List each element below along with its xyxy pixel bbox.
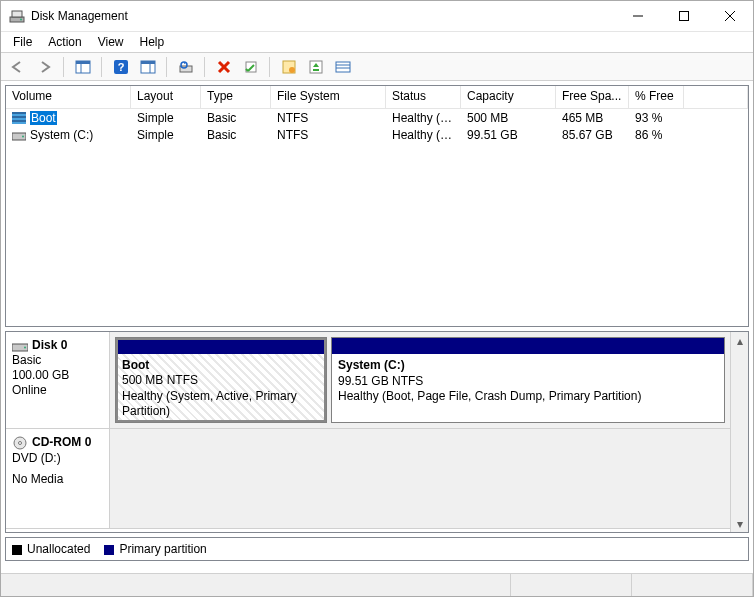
partition-name: System (C:) <box>338 358 718 374</box>
show-hide-action-pane-button[interactable] <box>135 55 160 79</box>
disk-graph: Boot 500 MB NTFS Healthy (System, Active… <box>110 332 730 428</box>
volume-capacity: 99.51 GB <box>461 128 556 142</box>
delete-button[interactable] <box>211 55 236 79</box>
refresh-button[interactable] <box>173 55 198 79</box>
disk-row: Disk 0 Basic 100.00 GB Online Boot 500 M… <box>6 332 730 429</box>
svg-text:?: ? <box>117 61 124 73</box>
toolbar-separator <box>166 57 167 77</box>
column-free[interactable]: Free Spa... <box>556 86 629 108</box>
menu-view[interactable]: View <box>90 33 132 51</box>
partition-line2: 500 MB NTFS <box>122 373 320 389</box>
volume-name: Boot <box>30 111 57 125</box>
disk-state: Online <box>12 383 103 398</box>
help-button[interactable]: ? <box>108 55 133 79</box>
volume-row[interactable]: Boot Simple Basic NTFS Healthy (S... 500… <box>6 109 748 126</box>
volume-name-cell: Boot <box>6 111 131 125</box>
partition-system[interactable]: System (C:) 99.51 GB NTFS Healthy (Boot,… <box>331 337 725 423</box>
close-button[interactable] <box>707 1 753 31</box>
volume-fs: NTFS <box>271 111 386 125</box>
disk-info[interactable]: Disk 0 Basic 100.00 GB Online <box>6 332 110 428</box>
toolbar-separator <box>101 57 102 77</box>
statusbar-cell <box>1 574 511 596</box>
volume-type: Basic <box>201 128 271 142</box>
disk-label: Disk 0 <box>32 338 67 352</box>
scroll-up-icon[interactable]: ▴ <box>731 332 748 349</box>
volume-free: 465 MB <box>556 111 629 125</box>
maximize-button[interactable] <box>661 1 707 31</box>
toolbar-separator <box>63 57 64 77</box>
partition-line2: 99.51 GB NTFS <box>338 374 718 390</box>
svg-rect-8 <box>76 61 90 64</box>
toolbar: ? <box>1 52 753 81</box>
toolbar-separator <box>204 57 205 77</box>
partition-name: Boot <box>122 358 320 374</box>
column-filesystem[interactable]: File System <box>271 86 386 108</box>
menu-help[interactable]: Help <box>132 33 173 51</box>
legend: Unallocated Primary partition <box>5 537 749 561</box>
partition-color-bar <box>116 338 326 354</box>
column-capacity[interactable]: Capacity <box>461 86 556 108</box>
eject-button[interactable] <box>303 55 328 79</box>
volume-rows: Boot Simple Basic NTFS Healthy (S... 500… <box>6 109 748 326</box>
partition-status: Healthy (Boot, Page File, Crash Dump, Pr… <box>338 389 718 405</box>
partition-status: Healthy (System, Active, Primary Partiti… <box>122 389 320 420</box>
toolbar-separator <box>269 57 270 77</box>
disk-kind: Basic <box>12 353 103 368</box>
statusbar <box>1 573 753 596</box>
window-title: Disk Management <box>31 9 128 23</box>
disk-row: CD-ROM 0 DVD (D:) No Media <box>6 429 730 529</box>
back-button[interactable] <box>5 55 30 79</box>
column-volume[interactable]: Volume <box>6 86 131 108</box>
column-headers: Volume Layout Type File System Status Ca… <box>6 86 748 109</box>
volume-status: Healthy (B... <box>386 128 461 142</box>
vertical-scrollbar[interactable]: ▴ ▾ <box>730 332 748 532</box>
menubar: File Action View Help <box>1 32 753 52</box>
hdd-icon <box>12 339 28 353</box>
menu-action[interactable]: Action <box>40 33 89 51</box>
volume-list-pane: Volume Layout Type File System Status Ca… <box>5 85 749 327</box>
minimize-button[interactable] <box>615 1 661 31</box>
optical-icon <box>12 435 28 451</box>
volume-type: Basic <box>201 111 271 125</box>
disk-graph-empty <box>110 429 730 528</box>
volume-stripe-icon <box>12 112 26 124</box>
forward-button[interactable] <box>32 55 57 79</box>
volume-capacity: 500 MB <box>461 111 556 125</box>
svg-rect-24 <box>336 62 350 72</box>
disk-info[interactable]: CD-ROM 0 DVD (D:) No Media <box>6 429 110 528</box>
properties-button[interactable] <box>238 55 263 79</box>
partition-boot[interactable]: Boot 500 MB NTFS Healthy (System, Active… <box>115 337 327 423</box>
volume-free: 85.67 GB <box>556 128 629 142</box>
svg-rect-13 <box>141 61 155 64</box>
legend-primary: Primary partition <box>104 542 206 556</box>
list-button[interactable] <box>330 55 355 79</box>
column-layout[interactable]: Layout <box>131 86 201 108</box>
column-type[interactable]: Type <box>201 86 271 108</box>
show-hide-console-tree-button[interactable] <box>70 55 95 79</box>
svg-rect-4 <box>680 12 689 21</box>
column-spare[interactable] <box>684 86 748 108</box>
disk-graphical-pane: Disk 0 Basic 100.00 GB Online Boot 500 M… <box>5 331 749 533</box>
settings-button[interactable] <box>276 55 301 79</box>
volume-fs: NTFS <box>271 128 386 142</box>
svg-rect-29 <box>12 116 26 118</box>
volume-name-cell: System (C:) <box>6 128 131 142</box>
disk-state: No Media <box>12 472 103 487</box>
menu-file[interactable]: File <box>5 33 40 51</box>
volume-status: Healthy (S... <box>386 111 461 125</box>
disk-management-window: Disk Management File Action View Help ? <box>0 0 754 597</box>
scroll-down-icon[interactable]: ▾ <box>731 515 748 532</box>
volume-drive-icon <box>12 129 26 141</box>
disk-label: CD-ROM 0 <box>32 435 91 449</box>
legend-swatch-unallocated <box>12 545 22 555</box>
app-icon <box>9 8 25 24</box>
svg-point-36 <box>19 442 22 445</box>
svg-rect-1 <box>12 11 22 17</box>
legend-swatch-primary <box>104 545 114 555</box>
column-pct[interactable]: % Free <box>629 86 684 108</box>
statusbar-cell <box>632 574 753 596</box>
svg-point-2 <box>20 19 22 21</box>
disk-size: 100.00 GB <box>12 368 103 383</box>
column-status[interactable]: Status <box>386 86 461 108</box>
volume-row[interactable]: System (C:) Simple Basic NTFS Healthy (B… <box>6 126 748 143</box>
